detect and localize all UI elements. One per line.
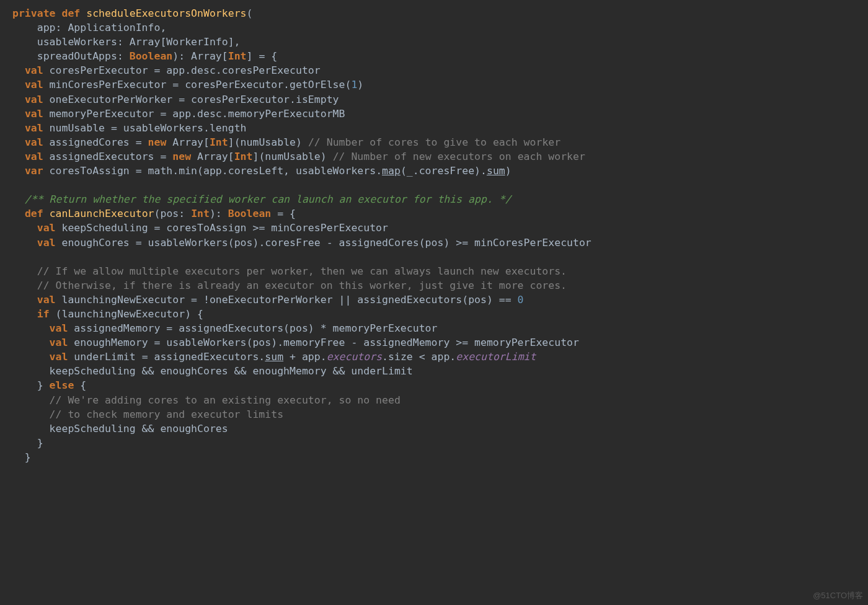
code-line: app: ApplicationInfo, — [12, 22, 166, 33]
code-line: usableWorkers: Array[WorkerInfo], — [12, 36, 241, 48]
fn-name: canLaunchExecutor — [50, 208, 154, 219]
doc-comment: /** Return whether the specified worker … — [12, 193, 512, 205]
comment: // We're adding cores to an existing exe… — [12, 394, 401, 406]
code-block: private def scheduleExecutorsOnWorkers( … — [12, 6, 856, 464]
kw-new: new — [148, 136, 167, 148]
code-line: } — [12, 451, 31, 463]
comment: // Number of new executors on each worke… — [333, 151, 585, 162]
code-line: keepScheduling && enoughCores && enoughM… — [12, 365, 413, 377]
kw-else: else — [50, 379, 74, 391]
fn-name: scheduleExecutorsOnWorkers — [86, 7, 246, 19]
kw-var: var — [25, 165, 43, 177]
comment: // If we allow multiple executors per wo… — [12, 265, 567, 277]
comment: // to check memory and executor limits — [12, 408, 283, 420]
comment: // Otherwise, if there is already an exe… — [12, 280, 567, 291]
comment: // Number of cores to give to each worke… — [308, 136, 560, 148]
kw-def: def — [61, 7, 80, 19]
kw-val: val — [25, 64, 43, 76]
code-line: } — [12, 437, 43, 449]
kw-if: if — [37, 308, 50, 320]
code-line: keepScheduling && enoughCores — [12, 423, 228, 435]
kw-private: private — [12, 7, 56, 19]
